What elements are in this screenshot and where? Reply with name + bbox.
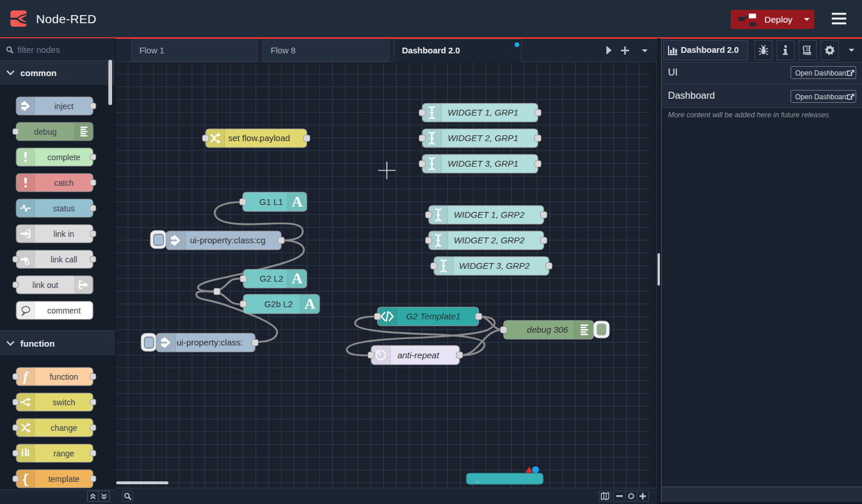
- svg-text:inject: inject: [55, 102, 74, 111]
- svg-text:WIDGET 2, GRP2: WIDGET 2, GRP2: [454, 235, 525, 245]
- svg-text:WIDGET 1, GRP1: WIDGET 1, GRP1: [448, 107, 519, 117]
- svg-text:template: template: [48, 474, 80, 484]
- svg-text:WIDGET 3, GRP1: WIDGET 3, GRP1: [448, 159, 519, 168]
- svg-text:link call: link call: [51, 255, 77, 264]
- svg-text:A: A: [292, 270, 303, 287]
- svg-text:range: range: [53, 449, 74, 458]
- svg-text:filter nodes: filter nodes: [17, 45, 60, 55]
- svg-text:link out: link out: [33, 280, 58, 290]
- svg-text:..: ..: [475, 476, 479, 484]
- svg-text:function: function: [49, 372, 78, 381]
- svg-text:complete: complete: [48, 153, 81, 162]
- svg-text:G2b L2: G2b L2: [264, 299, 293, 309]
- svg-text:{: {: [21, 473, 29, 487]
- svg-text:G2 Template1: G2 Template1: [406, 311, 461, 321]
- svg-text:function: function: [20, 339, 55, 348]
- svg-text:G2 L2: G2 L2: [260, 273, 283, 283]
- svg-text:ui-property:class:cg: ui-property:class:cg: [190, 235, 265, 245]
- svg-text:common: common: [20, 68, 57, 78]
- svg-text:A: A: [292, 193, 303, 210]
- svg-text:WIDGET 3, GRP2: WIDGET 3, GRP2: [459, 261, 530, 271]
- svg-text:A: A: [304, 296, 315, 312]
- svg-text:comment: comment: [47, 306, 81, 315]
- svg-text:WIDGET 1, GRP2: WIDGET 1, GRP2: [454, 210, 525, 219]
- svg-text:debug 306: debug 306: [527, 325, 569, 334]
- svg-text:status: status: [53, 204, 74, 213]
- svg-text:debug: debug: [34, 127, 57, 136]
- svg-text:anti-repeat: anti-repeat: [397, 350, 440, 360]
- svg-text:WIDGET 2, GRP1: WIDGET 2, GRP1: [448, 133, 519, 143]
- svg-text:link in: link in: [53, 229, 74, 239]
- svg-text:G1 L1: G1 L1: [260, 197, 283, 207]
- svg-text:change: change: [51, 423, 77, 433]
- svg-text:switch: switch: [53, 398, 76, 407]
- svg-text:catch: catch: [54, 178, 73, 188]
- svg-text:set flow.payload: set flow.payload: [228, 133, 290, 143]
- svg-text:ui-property:class:: ui-property:class:: [177, 337, 243, 347]
